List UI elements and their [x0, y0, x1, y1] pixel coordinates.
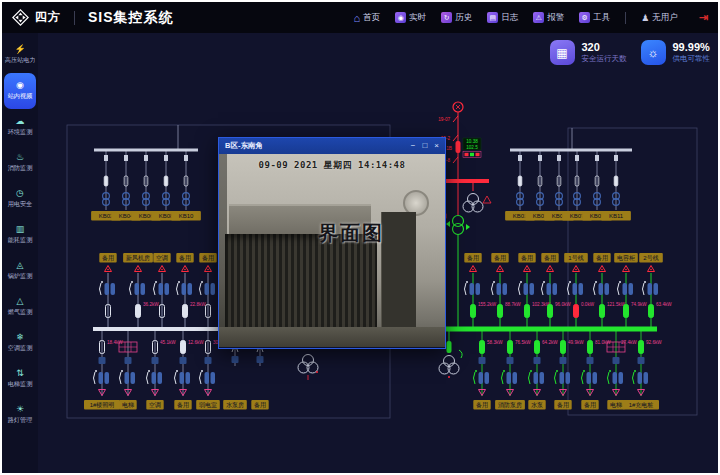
sidebar-item-hvac[interactable]: ❄ 空调监测 [2, 325, 38, 361]
logout-icon[interactable]: ⇥ [699, 11, 708, 24]
breaker-symbol[interactable] [104, 176, 108, 186]
svg-text:备用: 备用 [557, 402, 569, 409]
nav-home[interactable]: ⌂ 首页 [354, 12, 381, 24]
svg-text:备用: 备用 [179, 255, 191, 262]
popup-titlebar[interactable]: B区-东南角 − □ × [219, 138, 445, 154]
svg-text:弱电室: 弱电室 [199, 401, 217, 409]
breaker-symbol[interactable] [624, 305, 629, 318]
nav-alarm[interactable]: ⚠ 报警 [533, 12, 564, 24]
svg-text:备用: 备用 [544, 255, 556, 262]
breaker-symbol[interactable] [183, 305, 188, 318]
logo-text: 四方 [35, 9, 61, 26]
sidebar-item-elec-safety[interactable]: ◷ 用电安全 [2, 181, 38, 217]
breaker-symbol[interactable] [649, 305, 654, 318]
journal-icon: ▤ [487, 12, 498, 23]
gas-icon: △ [17, 297, 24, 306]
close-icon[interactable]: × [434, 142, 439, 150]
sidebar-item-fire[interactable]: ♨ 消防监测 [2, 145, 38, 181]
sidebar-item-energy[interactable]: ▥ 能耗监测 [2, 217, 38, 253]
sidebar-item-hv-power[interactable]: ⚡ 高压站电力 [2, 37, 38, 73]
breaker-symbol[interactable] [498, 305, 503, 318]
breaker-symbol[interactable] [525, 305, 530, 318]
bulb-icon: ☼ [641, 40, 666, 65]
breaker-symbol[interactable] [136, 305, 141, 318]
svg-text:2号线: 2号线 [643, 255, 658, 261]
sidebar-item-streetlight[interactable]: ☀ 路灯管理 [2, 397, 38, 433]
brand-separator [74, 11, 75, 25]
bus-right-main [440, 327, 657, 332]
incomer-breaker[interactable] [456, 141, 461, 153]
nav-history[interactable]: ↻ 历史 [441, 12, 472, 24]
breaker-symbol[interactable] [164, 176, 168, 186]
hv-power-icon: ⚡ [14, 45, 25, 54]
breaker-symbol[interactable] [518, 176, 522, 186]
svg-text:备用: 备用 [476, 402, 488, 409]
breaker-symbol[interactable] [508, 341, 513, 354]
breaker-symbol[interactable] [181, 341, 186, 354]
breaker-symbol[interactable] [574, 305, 579, 318]
breaker-symbol[interactable] [588, 341, 593, 354]
minimize-icon[interactable]: − [411, 142, 416, 150]
nav-realtime[interactable]: ◉ 实时 [395, 12, 426, 24]
safe-days-label: 安全运行天数 [582, 55, 627, 63]
mid-feeder-right: 2号线63.4kW [639, 253, 672, 327]
svg-text:空调: 空调 [156, 254, 168, 262]
video-camera-icon: ◉ [16, 81, 24, 90]
low-feeder-left: 45.1kW空调 [146, 331, 176, 410]
svg-text:备用: 备用 [467, 255, 479, 262]
bus-top-right [510, 149, 632, 152]
mid-feeder-left: 空调 [153, 253, 170, 327]
lamp-icon: ☀ [16, 405, 24, 414]
user-menu[interactable]: ♟ 无用户 [641, 12, 678, 24]
bar-chart-icon: ▥ [16, 225, 25, 234]
sidebar-label: 站内视频 [8, 92, 33, 101]
sidebar-item-environment[interactable]: ☁ 环境监测 [2, 109, 38, 145]
breaker-symbol[interactable] [447, 341, 452, 353]
nav-tools[interactable]: ⚙ 工具 [579, 12, 610, 24]
tools-icon: ⚙ [579, 12, 590, 23]
breaker-symbol[interactable] [480, 341, 485, 354]
low-feeder-left: 18.4kW1#楼照明 [84, 331, 123, 410]
svg-text:电梯: 电梯 [122, 402, 134, 408]
nav-journal[interactable]: ▤ 日志 [487, 12, 518, 24]
svg-text:19-07: 19-07 [438, 117, 450, 122]
screenshot-frame: 四方 SIS集控系统 ⌂ 首页 ◉ 实时 ↻ 历史 ▤ 日志 ⚠ 报 [0, 0, 720, 475]
svg-text:0.0kW: 0.0kW [581, 302, 595, 307]
topbar: 四方 SIS集控系统 ⌂ 首页 ◉ 实时 ↻ 历史 ▤ 日志 ⚠ 报 [2, 2, 718, 33]
svg-text:备用: 备用 [596, 255, 608, 262]
nav-alarm-label: 报警 [547, 12, 564, 24]
svg-text:1号线: 1号线 [568, 255, 583, 261]
nav-journal-label: 日志 [501, 12, 518, 24]
nav-realtime-label: 实时 [409, 12, 426, 24]
breaker-symbol[interactable] [639, 341, 644, 354]
svg-text:水泵房: 水泵房 [226, 401, 244, 408]
sidebar-item-station-video[interactable]: ◉ 站内视频 [4, 73, 36, 109]
breaker-symbol[interactable] [614, 176, 618, 186]
svg-text:64.2kW: 64.2kW [542, 340, 558, 345]
mid-feeder-right: 备用121.5kW [593, 253, 625, 327]
sidebar-item-gas[interactable]: △ 燃气监测 [2, 289, 38, 325]
svg-text:155.2kW: 155.2kW [478, 302, 497, 307]
camera-timestamp: 09-09 2021 星期四 14:14:48 [219, 159, 445, 172]
breaker-symbol[interactable] [535, 341, 540, 354]
svg-text:92.6kW: 92.6kW [646, 340, 662, 345]
svg-text:96.0kW: 96.0kW [555, 302, 571, 307]
camera-video-feed: 09-09 2021 星期四 14:14:48 [219, 154, 445, 347]
svg-text:新风机房: 新风机房 [126, 254, 150, 261]
home-icon: ⌂ [354, 12, 361, 23]
svg-text:74.9kW: 74.9kW [631, 302, 647, 307]
sidebar-item-elevator[interactable]: ⇅ 电梯监测 [2, 361, 38, 397]
nav-home-label: 首页 [363, 12, 380, 24]
sidebar-item-boiler[interactable]: ◬ 锅炉监测 [2, 253, 38, 289]
svg-text:备用: 备用 [202, 255, 214, 262]
breaker-symbol[interactable] [548, 305, 553, 318]
stat-cards: ▦ 320 安全运行天数 ☼ 99.99% 供电可靠性 [550, 40, 711, 65]
svg-text:1B: 1B [446, 146, 452, 151]
maximize-icon[interactable]: □ [422, 142, 427, 150]
breaker-symbol[interactable] [600, 305, 605, 318]
mid-feeder-right: 备用88.7kW [491, 253, 521, 327]
user-icon: ♟ [641, 13, 649, 23]
sidebar-label: 路灯管理 [8, 416, 33, 425]
breaker-symbol[interactable] [471, 305, 476, 318]
breaker-symbol[interactable] [561, 341, 566, 354]
